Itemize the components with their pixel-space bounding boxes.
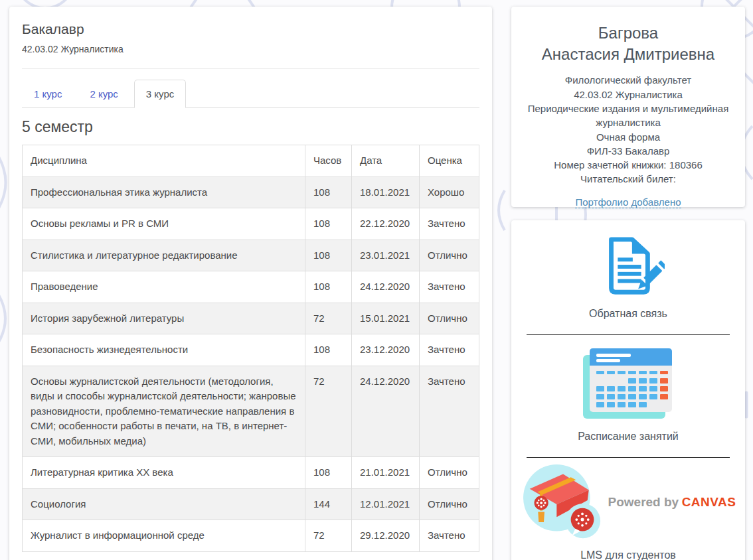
cell-hours: 108 bbox=[305, 457, 352, 489]
student-record-book: Номер зачетной книжки: 180366 bbox=[523, 158, 733, 172]
header-grade: Оценка bbox=[420, 145, 479, 177]
table-row: Профессиональная этика журналиста 108 18… bbox=[23, 176, 479, 208]
grades-panel: Бакалавр 42.03.02 Журналистика 1 курс 2 … bbox=[9, 7, 492, 560]
student-details: Филологический факультет 42.03.02 Журнал… bbox=[523, 73, 733, 186]
cell-hours: 108 bbox=[305, 240, 352, 271]
cell-hours: 108 bbox=[305, 334, 352, 366]
cell-date: 12.01.2021 bbox=[352, 488, 420, 520]
table-row: Литературная критика XX века 108 21.01.2… bbox=[23, 457, 479, 489]
cell-grade: Зачтено bbox=[420, 271, 479, 303]
student-library-card: Читательский билет: bbox=[523, 172, 733, 186]
student-profile-specialty: Периодические издания и мультимедийная ж… bbox=[523, 102, 733, 130]
student-faculty: Филологический факультет bbox=[523, 73, 733, 87]
cell-discipline: История зарубежной литературы bbox=[23, 303, 305, 334]
doodle-gap-icon bbox=[493, 187, 507, 234]
cell-discipline: Безопасность жизнедеятельности bbox=[23, 334, 305, 366]
cell-hours: 72 bbox=[305, 520, 352, 552]
table-row: Безопасность жизнедеятельности 108 23.12… bbox=[23, 334, 479, 366]
cell-grade: Зачтено bbox=[420, 334, 479, 366]
cell-discipline: Социология bbox=[23, 488, 305, 520]
header-date: Дата bbox=[352, 145, 420, 177]
cell-hours: 72 bbox=[305, 303, 352, 334]
cell-date: 24.12.2020 bbox=[352, 366, 420, 457]
links-divider bbox=[527, 334, 730, 335]
table-row: Правоведение 108 24.12.2020 Зачтено bbox=[23, 271, 479, 303]
table-header-row: Дисциплина Часов Дата Оценка bbox=[23, 145, 479, 177]
student-program-code: 42.03.02 Журналистика bbox=[523, 88, 733, 102]
cell-date: 23.01.2021 bbox=[352, 240, 420, 271]
schedule-link[interactable]: Расписание занятий bbox=[511, 431, 745, 443]
cell-date: 23.12.2020 bbox=[352, 334, 420, 366]
cell-date: 22.12.2020 bbox=[352, 208, 420, 240]
canvas-lms-link[interactable]: Powered by CANVAS bbox=[511, 463, 745, 541]
cell-date: 24.12.2020 bbox=[352, 271, 420, 303]
cell-discipline: Основы журналистской деятельности (метод… bbox=[23, 366, 305, 457]
table-row: Социология 144 12.01.2021 Отлично bbox=[23, 488, 479, 520]
links-divider bbox=[527, 457, 730, 458]
table-row: Основы рекламы и PR в СМИ 108 22.12.2020… bbox=[23, 208, 479, 240]
cell-discipline: Литературная критика XX века bbox=[23, 457, 305, 489]
schedule-calendar-icon[interactable] bbox=[582, 347, 675, 421]
cell-date: 21.01.2021 bbox=[352, 457, 420, 489]
feedback-document-icon[interactable] bbox=[592, 235, 665, 299]
header-discipline: Дисциплина bbox=[23, 145, 305, 177]
student-study-form: Очная форма bbox=[523, 130, 733, 144]
cell-date: 18.01.2021 bbox=[352, 176, 420, 208]
header-divider bbox=[22, 68, 479, 69]
cell-discipline: Профессиональная этика журналиста bbox=[23, 176, 305, 208]
cell-date: 29.12.2020 bbox=[352, 520, 420, 552]
student-group: ФИЛ-33 Бакалавр bbox=[523, 144, 733, 158]
student-name: Багрова Анастасия Дмитриевна bbox=[523, 23, 733, 64]
cell-hours: 108 bbox=[305, 208, 352, 240]
powered-by-label: Powered by bbox=[608, 495, 679, 509]
cell-hours: 108 bbox=[305, 271, 352, 303]
cell-date: 15.01.2021 bbox=[352, 303, 420, 334]
tab-course-1[interactable]: 1 курс bbox=[22, 80, 74, 108]
cell-hours: 144 bbox=[305, 488, 352, 520]
student-name-patronymic: Анастасия Дмитриевна bbox=[523, 44, 733, 65]
cell-grade: Зачтено bbox=[420, 520, 479, 552]
table-row: История зарубежной литературы 72 15.01.2… bbox=[23, 303, 479, 334]
cell-discipline: Основы рекламы и PR в СМИ bbox=[23, 208, 305, 240]
cell-discipline: Журналист в информационной среде bbox=[23, 520, 305, 552]
cell-grade: Отлично bbox=[420, 303, 479, 334]
cell-grade: Отлично bbox=[420, 240, 479, 271]
table-row: Основы журналистской деятельности (метод… bbox=[23, 366, 479, 457]
header-hours: Часов bbox=[305, 145, 352, 177]
powered-by-text: Powered by CANVAS bbox=[608, 495, 736, 510]
feedback-link[interactable]: Обратная связь bbox=[511, 308, 745, 320]
tab-course-2[interactable]: 2 курс bbox=[78, 80, 129, 108]
cell-grade: Зачтено bbox=[420, 366, 479, 457]
canvas-brand-label: CANVAS bbox=[682, 495, 736, 509]
student-profile-card: Багрова Анастасия Дмитриевна Филологичес… bbox=[511, 7, 745, 207]
tab-course-3[interactable]: 3 курс bbox=[134, 80, 186, 108]
cell-discipline: Стилистика и литературное редактирование bbox=[23, 240, 305, 271]
quick-links-card: Обратная связь Расписание занятий bbox=[511, 220, 745, 560]
table-row: Журналист в информационной среде 72 29.1… bbox=[23, 520, 479, 552]
semester-heading: 5 семестр bbox=[22, 118, 479, 136]
table-row: Стилистика и литературное редактирование… bbox=[23, 240, 479, 271]
cell-grade: Отлично bbox=[420, 457, 479, 489]
cell-grade: Зачтено bbox=[420, 208, 479, 240]
program-code: 42.03.02 Журналистика bbox=[22, 44, 479, 54]
canvas-logo-icon bbox=[521, 463, 606, 541]
course-tabs: 1 курс 2 курс 3 курс bbox=[22, 80, 479, 108]
cell-hours: 72 bbox=[305, 366, 352, 457]
degree-title: Бакалавр bbox=[22, 21, 479, 37]
cell-hours: 108 bbox=[305, 176, 352, 208]
cell-discipline: Правоведение bbox=[23, 271, 305, 303]
student-surname: Багрова bbox=[523, 23, 733, 44]
portfolio-link[interactable]: Портфолио добавлено bbox=[575, 196, 681, 208]
grades-table: Дисциплина Часов Дата Оценка Профессиона… bbox=[22, 145, 479, 552]
lms-caption: LMS для студентов bbox=[511, 549, 745, 560]
cell-grade: Хорошо bbox=[420, 176, 479, 208]
cell-grade: Отлично bbox=[420, 488, 479, 520]
